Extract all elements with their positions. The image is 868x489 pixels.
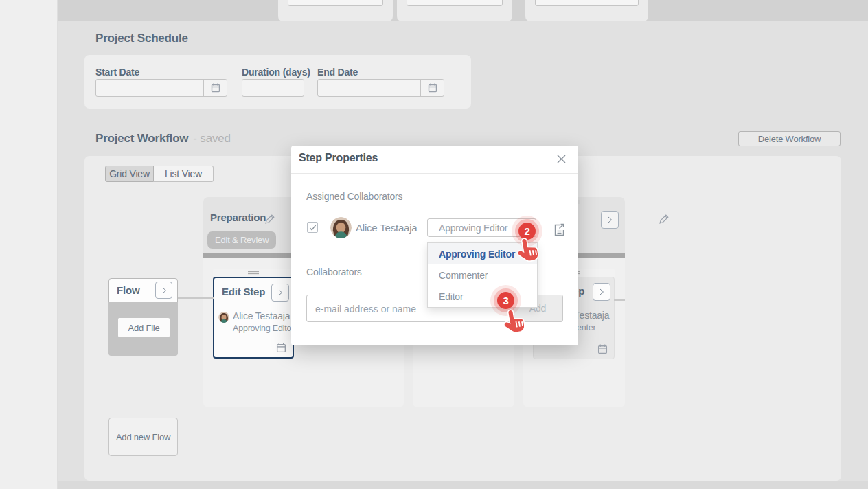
workflow-saved-status: - saved <box>193 132 230 145</box>
flow-card-body: Add File <box>108 302 178 356</box>
step-assignee-role: Approving Editor <box>233 323 294 333</box>
column-phase-badge: Edit & Review <box>207 231 276 249</box>
end-date-calendar-button[interactable] <box>420 80 444 96</box>
calendar-icon <box>210 82 221 93</box>
start-date-input[interactable] <box>95 79 227 97</box>
tab-list-view[interactable]: List View <box>154 166 214 182</box>
start-date-label: Start Date <box>95 67 139 78</box>
flow-card-title: Flow <box>117 284 139 296</box>
collaborators-label: Collaborators <box>306 266 362 277</box>
flow-open-button[interactable] <box>155 282 172 299</box>
left-sidebar <box>0 0 58 489</box>
end-date-label: End Date <box>317 67 358 78</box>
modal-close-button[interactable] <box>554 152 568 166</box>
step-card-title: Edit Step <box>222 286 265 297</box>
clipped-input[interactable] <box>535 0 639 6</box>
flow-card-header: Flow <box>108 278 178 302</box>
calendar-icon <box>427 82 438 93</box>
top-strip <box>58 0 868 21</box>
edit-pencil-icon[interactable] <box>264 214 275 225</box>
avatar <box>330 217 352 238</box>
pointer-hand-icon <box>511 234 545 271</box>
pointer-hand-icon <box>497 306 531 342</box>
bottom-strip <box>58 481 868 489</box>
modal-title: Step Properties <box>299 152 378 164</box>
chevron-right-icon <box>606 216 614 224</box>
workflow-section-title: Project Workflow- saved <box>95 132 231 146</box>
collaborator-checkbox[interactable] <box>307 222 318 233</box>
role-option-editor[interactable]: Editor <box>428 286 537 307</box>
duration-label: Duration (days) <box>242 67 310 78</box>
column-name: Preparation <box>210 212 266 223</box>
app-canvas: Project Schedule Start Date Duration (da… <box>0 0 868 489</box>
drag-handle-icon <box>247 271 260 275</box>
view-tabs: Grid View List View <box>105 166 214 182</box>
calendar-icon[interactable] <box>597 343 608 355</box>
end-date-input[interactable] <box>317 79 444 97</box>
clipped-input[interactable] <box>288 0 383 6</box>
calendar-icon[interactable] <box>275 342 287 354</box>
chevron-right-icon <box>597 288 606 296</box>
column-collapse-button[interactable] <box>601 211 619 229</box>
card-drag-strip[interactable] <box>213 269 293 277</box>
clipped-input[interactable] <box>407 0 503 6</box>
clipped-card <box>525 0 648 21</box>
avatar-image <box>330 217 352 238</box>
schedule-panel: Start Date Duration (days) End Date <box>84 55 471 109</box>
assigned-collaborators-label: Assigned Collaborators <box>306 191 402 202</box>
collaborator-name: Alice Testaaja <box>356 222 417 234</box>
add-file-button[interactable]: Add File <box>118 318 170 337</box>
clipped-card <box>397 0 512 21</box>
flow-connector-line <box>178 297 214 299</box>
avatar <box>218 312 229 323</box>
chevron-right-icon <box>276 288 284 297</box>
start-date-calendar-button[interactable] <box>203 80 227 96</box>
edit-pencil-icon[interactable] <box>658 214 670 225</box>
chevron-right-icon <box>160 286 168 295</box>
step-open-button[interactable] <box>593 283 610 301</box>
clipped-card <box>278 0 393 21</box>
add-new-flow-button[interactable]: Add new Flow <box>108 418 178 456</box>
step-card-edit-step-selected[interactable]: Edit Step Alice Testaaja Approving Edito… <box>213 277 294 359</box>
flow-connector-line <box>614 299 625 301</box>
step-assignee-name: Alice Testaaja <box>233 310 290 321</box>
modal-divider <box>291 173 578 174</box>
tutorial-step-3-badge: 3 <box>497 292 514 309</box>
schedule-section-title: Project Schedule <box>95 32 188 45</box>
close-icon <box>556 154 567 164</box>
open-document-icon[interactable] <box>552 223 567 238</box>
check-icon <box>309 224 317 231</box>
avatar-image <box>218 312 229 323</box>
workflow-title-text: Project Workflow <box>95 132 188 145</box>
duration-input[interactable] <box>242 79 304 97</box>
step-open-button[interactable] <box>271 284 289 302</box>
delete-workflow-button[interactable]: Delete Workflow <box>738 131 841 146</box>
tab-grid-view[interactable]: Grid View <box>105 166 154 182</box>
